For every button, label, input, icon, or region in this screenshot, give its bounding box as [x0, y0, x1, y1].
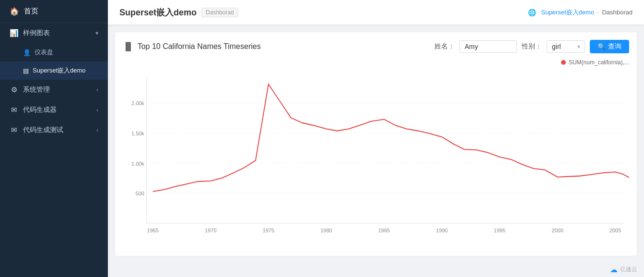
sidebar-item-code-gen-test[interactable]: ✉ 代码生成测试 ‹ [0, 120, 108, 140]
breadcrumb-separator: › [597, 9, 599, 16]
chart-legend: SUM(num_california),... [123, 59, 629, 66]
sidebar-item-code-gen[interactable]: ✉ 代码生成器 ‹ [0, 100, 108, 120]
sidebar-item-label: 系统管理 [23, 85, 50, 94]
chart-area: 500 1.00k 1.50k 2.00k 1965 1970 1975 198… [123, 68, 629, 248]
name-label: 姓名： [434, 42, 455, 51]
footer-watermark: ☁ 亿速云 [108, 263, 644, 277]
line-chart-svg: 500 1.00k 1.50k 2.00k 1965 1970 1975 198… [123, 68, 629, 248]
legend-label: SUM(num_california),... [569, 59, 629, 66]
bar-chart-icon: ▐▌ [123, 42, 134, 51]
svg-text:1985: 1985 [378, 227, 390, 233]
header-left: Superset嵌入demo Dashborad [119, 7, 238, 18]
sidebar-item-label: 代码生成测试 [23, 126, 63, 134]
sidebar-item-sample-charts[interactable]: 📊 样例图表 ▾ [0, 23, 108, 43]
header-badge: Dashborad [201, 8, 238, 17]
sidebar-group-sample-charts: 📊 样例图表 ▾ 👤 仪表盘 ▤ Superset嵌入demo [0, 23, 108, 80]
search-icon: 🔍 [597, 43, 606, 50]
query-btn-label: 查询 [608, 42, 621, 51]
svg-text:2.00k: 2.00k [131, 100, 144, 106]
chart-title: Top 10 California Names Timeseries [138, 42, 431, 51]
svg-text:1980: 1980 [320, 227, 332, 233]
sidebar-subitem-label-active: Superset嵌入demo [33, 66, 86, 75]
svg-text:1975: 1975 [263, 227, 274, 233]
send-test-icon: ✉ [10, 126, 18, 134]
name-input[interactable] [459, 40, 517, 53]
sidebar-item-label: 代码生成器 [23, 106, 57, 114]
breadcrumb-item-1[interactable]: Superset嵌入demo [541, 8, 594, 17]
dashboard-icon: 👤 [23, 49, 31, 56]
sidebar-item-dashboard[interactable]: 👤 仪表盘 [0, 43, 108, 61]
svg-text:1.50k: 1.50k [131, 131, 144, 136]
sidebar-home[interactable]: 🏠 首页 [0, 0, 108, 23]
chart-container: ▐▌ Top 10 California Names Timeseries 姓名… [115, 32, 637, 256]
chart-line [153, 84, 629, 192]
breadcrumb-current: Dashborad [602, 9, 632, 16]
gender-select[interactable]: girl boy [547, 40, 585, 53]
gender-select-wrap: girl boy ▼ [547, 40, 585, 53]
home-icon: 🏠 [10, 7, 19, 16]
gear-icon: ⚙ [10, 85, 18, 94]
gender-label: 性别： [522, 42, 542, 51]
query-button[interactable]: 🔍 查询 [590, 40, 629, 53]
watermark-text: 亿速云 [620, 265, 637, 274]
sidebar-item-superset-demo[interactable]: ▤ Superset嵌入demo [0, 61, 108, 80]
svg-text:1.00k: 1.00k [131, 160, 144, 166]
sidebar-item-system-admin[interactable]: ⚙ 系统管理 ‹ [0, 80, 108, 100]
sidebar-home-label: 首页 [24, 7, 38, 16]
svg-text:500: 500 [136, 191, 144, 196]
main-content: Superset嵌入demo Dashborad 🌐 Superset嵌入dem… [108, 0, 644, 277]
globe-icon: 🌐 [528, 9, 536, 16]
chevron-down-icon: ▾ [95, 30, 98, 36]
embed-icon: ▤ [23, 67, 29, 74]
chevron-right-icon: ‹ [96, 107, 98, 113]
main-header: Superset嵌入demo Dashborad 🌐 Superset嵌入dem… [108, 0, 644, 25]
chart-header: ▐▌ Top 10 California Names Timeseries 姓名… [123, 40, 629, 53]
chevron-right-icon: ‹ [96, 86, 98, 93]
sidebar: 🏠 首页 📊 样例图表 ▾ 👤 仪表盘 ▤ Superset嵌入demo ⚙ 系… [0, 0, 108, 277]
svg-text:2005: 2005 [609, 227, 621, 233]
cloud-icon: ☁ [610, 265, 618, 274]
svg-text:1965: 1965 [147, 227, 159, 233]
send-icon: ✉ [10, 106, 18, 114]
page-title: Superset嵌入demo [119, 7, 197, 18]
sidebar-item-label: 样例图表 [23, 29, 50, 37]
svg-text:2000: 2000 [551, 227, 563, 233]
svg-text:1995: 1995 [494, 227, 505, 233]
svg-text:1990: 1990 [436, 227, 447, 233]
chart-controls: 姓名： 性别： girl boy ▼ 🔍 查询 [434, 40, 629, 53]
chevron-right-icon-test: ‹ [96, 127, 98, 133]
legend-color-dot [561, 60, 566, 65]
breadcrumb: 🌐 Superset嵌入demo › Dashborad [528, 8, 632, 17]
sidebar-subitem-label: 仪表盘 [35, 48, 53, 57]
chart-icon: 📊 [10, 29, 18, 37]
svg-text:1970: 1970 [205, 227, 216, 233]
